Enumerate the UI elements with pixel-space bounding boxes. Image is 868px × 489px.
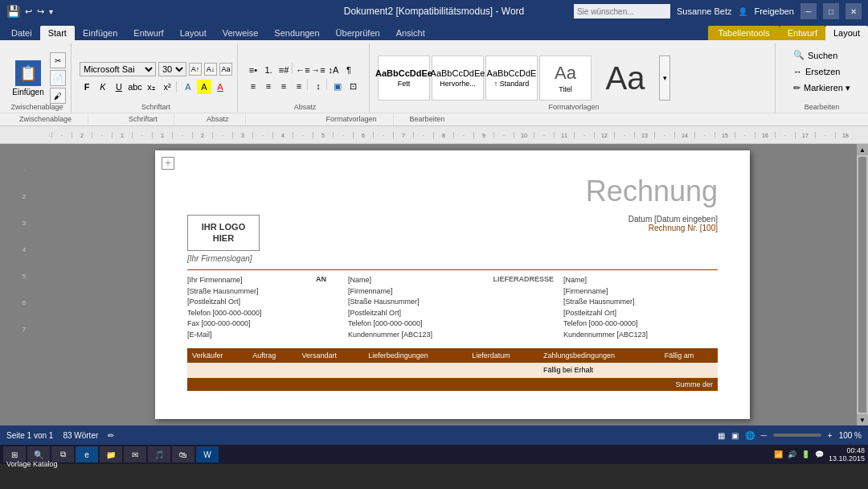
style-hervorhe-label: Hervorhe... <box>440 80 476 88</box>
para-row-2: ≡ ≡ ≡ ≡ ↕ ▣ ⊡ <box>246 79 364 93</box>
td-verkaeufer <box>187 363 248 377</box>
format-painter-button[interactable]: 🖌 <box>50 88 66 104</box>
subscript-button[interactable]: x₂ <box>144 80 158 94</box>
font-size-select[interactable]: 30 <box>158 62 186 76</box>
multilevel-button[interactable]: ≡# <box>276 63 291 77</box>
edge-button[interactable]: e <box>76 446 98 462</box>
word-taskbar-button[interactable]: W <box>196 446 219 462</box>
notification-icon[interactable]: 💬 <box>815 450 824 458</box>
freigeben-label[interactable]: Freigeben <box>754 6 794 16</box>
an-label: AN <box>316 275 340 340</box>
font-label: Schriftart <box>75 103 237 111</box>
view-normal-button[interactable]: ▦ <box>718 431 725 440</box>
zoom-slider[interactable] <box>773 434 821 437</box>
bullets-button[interactable]: ≡• <box>246 63 260 77</box>
scroll-up-button[interactable]: ▲ <box>857 144 868 155</box>
justify-button[interactable]: ≡ <box>292 79 306 93</box>
scroll-down-button[interactable]: ▼ <box>857 414 868 425</box>
edit-mode-icon: ✏ <box>108 431 114 440</box>
doc-page[interactable]: + Rechnung IHR LOGO HIER [Ihr Firmenslog… <box>155 150 750 419</box>
underline-button[interactable]: U <box>112 80 126 94</box>
close-button[interactable]: ✕ <box>845 3 862 19</box>
address-section: [Ihr Firmenname] [Straße Hausnummer] [Po… <box>187 275 718 340</box>
decrease-indent-button[interactable]: ←≡ <box>296 63 310 77</box>
bold-button[interactable]: F <box>80 80 94 94</box>
share-icon[interactable]: 👤 <box>738 7 747 16</box>
divider <box>176 81 179 92</box>
style-titel[interactable]: Aa Titel <box>539 55 592 101</box>
italic-button[interactable]: K <box>96 80 110 94</box>
tab-einfuegen[interactable]: Einfügen <box>75 26 125 40</box>
einfuegen-button[interactable]: 📋 Einfügen <box>8 54 48 102</box>
style-titel-preview: Aa <box>555 63 576 84</box>
cut-button[interactable]: ✂ <box>50 52 66 68</box>
increase-font-button[interactable]: A↑ <box>189 63 202 76</box>
style-big-aa[interactable]: Aa <box>593 55 657 101</box>
styles-expand-button[interactable]: ▾ <box>659 55 670 101</box>
tab-sendungen[interactable]: Sendungen <box>266 26 327 40</box>
edit-group: 🔍 Suchen ↔ Ersetzen ✏ Markieren ▾ Bearbe… <box>779 43 865 113</box>
tab-tools-layout[interactable]: Layout <box>825 26 868 40</box>
align-left-button[interactable]: ≡ <box>246 79 260 93</box>
copy-button[interactable]: 📄 <box>50 70 66 86</box>
ruler-mark: 8 <box>433 132 453 138</box>
style-hervorhe[interactable]: AaBbCcDdEe Hervorhe... <box>432 55 484 101</box>
tab-entwurf[interactable]: Entwurf <box>125 26 171 40</box>
tab-ueberprufen[interactable]: Überprüfen <box>328 26 388 40</box>
line-spacing-button[interactable]: ↕ <box>311 79 326 93</box>
undo-icon[interactable]: ↩ <box>25 6 32 17</box>
search-button[interactable]: 🔍 Suchen <box>790 48 854 62</box>
tab-layout[interactable]: Layout <box>172 26 215 40</box>
tab-verweise[interactable]: Verweise <box>215 26 267 40</box>
borders-button[interactable]: ⊡ <box>346 79 360 93</box>
zoom-out-button[interactable]: ─ <box>761 431 767 440</box>
numbering-button[interactable]: 1. <box>261 63 276 77</box>
ruler-mark: · <box>614 132 634 138</box>
style-standard-label: ↑ Standard <box>494 80 530 88</box>
customize-icon[interactable]: ▾ <box>49 7 53 16</box>
delivery-kundennummer: Kundennummer [ABC123] <box>563 330 694 341</box>
font-color-button[interactable]: A <box>213 80 227 94</box>
style-standard[interactable]: AaBbCcDdE ↑ Standard <box>485 55 538 101</box>
view-layout-button[interactable]: ▣ <box>731 431 739 440</box>
add-content-button[interactable]: + <box>162 157 174 170</box>
tab-tools-entwurf[interactable]: Entwurf <box>780 26 825 40</box>
minimize-button[interactable]: ─ <box>800 3 817 19</box>
show-formatting-button[interactable]: ¶ <box>342 63 356 77</box>
mark-button[interactable]: ✏ Markieren ▾ <box>790 81 854 95</box>
text-effects-button[interactable]: A <box>181 80 195 94</box>
increase-indent-button[interactable]: →≡ <box>311 63 326 77</box>
view-web-button[interactable]: 🌐 <box>745 431 755 440</box>
style-fett[interactable]: AaBbCcDdEe Fett <box>378 55 430 101</box>
strikethrough-button[interactable]: abc <box>128 80 142 94</box>
font-case-button[interactable]: Aa <box>219 63 232 76</box>
store-button[interactable]: 🛍 <box>172 446 194 462</box>
redo-icon[interactable]: ↪ <box>37 6 44 17</box>
tab-ansicht[interactable]: Ansicht <box>388 26 433 40</box>
vertical-scrollbar[interactable]: ▲ ▼ <box>857 144 868 425</box>
mail-button[interactable]: ✉ <box>124 446 146 462</box>
explorer-button[interactable]: 📁 <box>100 446 122 462</box>
media-button[interactable]: 🎵 <box>148 446 170 462</box>
align-center-button[interactable]: ≡ <box>261 79 276 93</box>
margin-marker: 6 <box>23 299 26 306</box>
delivery-strasse: [Straße Hausnummer] <box>563 297 694 308</box>
shading-button[interactable]: ▣ <box>330 79 345 93</box>
maximize-button[interactable]: □ <box>823 3 839 19</box>
tab-start[interactable]: Start <box>40 26 75 40</box>
logo-box[interactable]: IHR LOGO HIER <box>187 215 260 251</box>
font-family-select[interactable]: Microsoft Sai <box>80 62 156 76</box>
scroll-thumb[interactable] <box>858 157 866 413</box>
tab-datei[interactable]: Datei <box>3 26 40 40</box>
superscript-button[interactable]: x² <box>160 80 174 94</box>
titlebar-left: 💾 ↩ ↪ ▾ <box>6 5 53 18</box>
zoom-in-button[interactable]: + <box>828 431 833 440</box>
style-standard-preview: AaBbCcDdE <box>487 68 537 78</box>
replace-button[interactable]: ↔ Ersetzen <box>790 65 854 78</box>
align-right-button[interactable]: ≡ <box>276 79 291 93</box>
ruler-mark: 5 <box>313 132 333 138</box>
help-search-input[interactable] <box>574 4 670 18</box>
decrease-font-button[interactable]: A↓ <box>204 63 217 76</box>
sort-button[interactable]: ↕A <box>326 63 341 77</box>
highlight-button[interactable]: A <box>197 80 211 94</box>
